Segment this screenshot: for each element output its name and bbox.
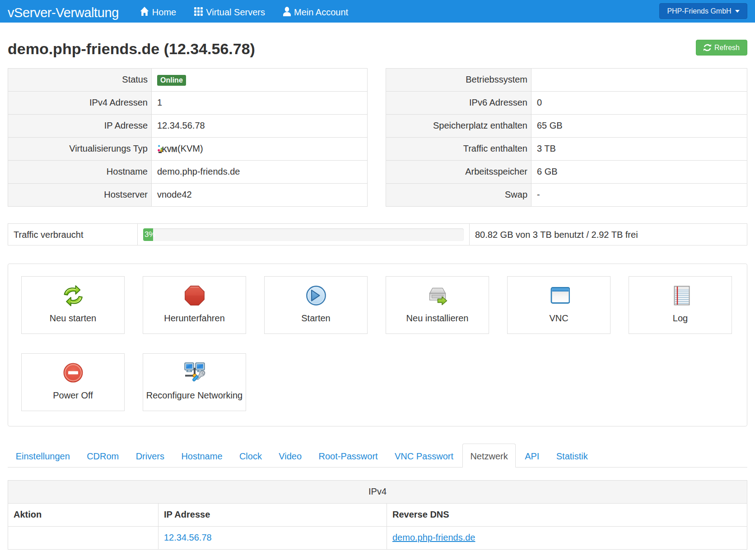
svg-text:KVM: KVM bbox=[162, 146, 177, 153]
